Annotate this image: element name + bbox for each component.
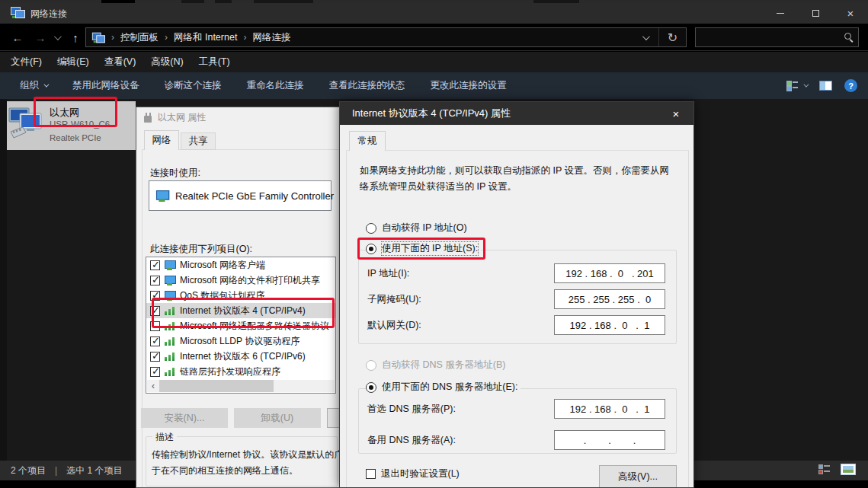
menu-edit[interactable]: 编辑(E) <box>57 56 89 69</box>
default-gateway-input[interactable]: 192 . 168 . 0 . 1 <box>554 315 665 335</box>
ethernet-dialog-titlebar: 以太网 属性 <box>136 107 341 127</box>
client-icon <box>165 260 175 270</box>
content-left-edge <box>0 99 7 480</box>
thumbnail-view-icon[interactable] <box>841 464 856 475</box>
default-gateway-label: 默认网关(D): <box>367 319 421 332</box>
breadcrumb-network-internet[interactable]: 网络和 Internet <box>168 31 243 44</box>
plug-icon <box>144 116 152 123</box>
install-button[interactable]: 安装(N)... <box>141 408 228 428</box>
close-button[interactable]: × <box>833 3 868 24</box>
validate-settings-label: 退出时验证设置(L) <box>381 467 460 480</box>
close-icon: × <box>847 8 854 19</box>
up-button[interactable]: ↑ <box>66 28 85 46</box>
radio-auto-ip-label: 自动获得 IP 地址(O) <box>382 222 467 234</box>
adapter-box: Realtek PCIe GbE Family Controller <box>149 180 332 211</box>
address-location-icon <box>92 32 104 43</box>
scroll-left-arrow[interactable]: ‹ <box>147 380 159 392</box>
list-item[interactable]: Internet 协议版本 6 (TCP/IPv6) <box>146 349 335 364</box>
description-text-line2: 于在不同的相互连接的网络上通信。 <box>152 464 298 477</box>
breadcrumb-control-panel[interactable]: 控制面板 <box>114 31 165 44</box>
horizontal-scrollbar[interactable]: ‹ <box>147 380 335 392</box>
list-item-label: Microsoft 网络客户端 <box>180 259 265 272</box>
view-options-button[interactable] <box>786 81 807 91</box>
disable-device-button[interactable]: 禁用此网络设备 <box>72 79 139 92</box>
details-view-icon[interactable] <box>818 464 830 474</box>
menu-file[interactable]: 文件(F) <box>11 56 42 69</box>
recent-pages-dropdown[interactable] <box>50 28 62 46</box>
subnet-mask-input[interactable]: 255 . 255 . 255 . 0 <box>554 289 665 309</box>
selected-count: 选中 1 个项目 <box>66 464 122 477</box>
radio-icon[interactable] <box>366 223 376 234</box>
list-item[interactable]: Microsoft LLDP 协议驱动程序 <box>146 333 335 349</box>
menu-view[interactable]: 查看(V) <box>104 56 136 69</box>
radio-auto-ip[interactable]: 自动获得 IP 地址(O) <box>366 222 470 234</box>
maximize-button[interactable] <box>798 3 833 24</box>
address-dropdown-button[interactable] <box>631 28 658 46</box>
breadcrumb-network-connections[interactable]: 网络连接 <box>246 31 296 44</box>
radio-icon-disabled <box>366 360 376 371</box>
organize-label: 组织 <box>20 79 39 92</box>
scrollbar-thumb[interactable] <box>159 380 274 392</box>
screen: 网络连接 × ← → ↑ › 控制面板 › 网络和 Internet › 网络连… <box>0 0 868 488</box>
checkbox-checked[interactable] <box>150 276 160 285</box>
preferred-dns-input[interactable]: 192 . 168 . 0 . 1 <box>554 399 665 419</box>
tcpip-dialog-titlebar: Internet 协议版本 4 (TCP/IPv4) 属性 <box>340 102 693 125</box>
list-item[interactable]: 链路层拓扑发现响应程序 <box>146 364 335 379</box>
default-gateway-row: 默认网关(D): 192 . 168 . 0 . 1 <box>367 315 666 335</box>
checkbox-unchecked[interactable] <box>366 469 376 479</box>
tcpip-properties-dialog: Internet 协议版本 4 (TCP/IPv4) 属性 × 常规 如果网络支… <box>339 101 694 488</box>
change-settings-button[interactable]: 更改此连接的设置 <box>431 79 507 92</box>
maximize-icon <box>812 10 819 17</box>
uninstall-button[interactable]: 卸载(U) <box>234 408 321 428</box>
minimize-button[interactable] <box>763 3 798 24</box>
search-input[interactable] <box>695 27 859 47</box>
menu-bar: 文件(F) 编辑(E) 查看(V) 高级(N) 工具(T) <box>0 52 868 72</box>
search-icon <box>844 33 851 40</box>
tcpip-dialog-title: Internet 协议版本 4 (TCP/IPv4) 属性 <box>352 107 511 120</box>
help-icon[interactable]: ? <box>844 79 857 92</box>
refresh-button[interactable]: ↻ <box>658 28 686 46</box>
checkbox-checked[interactable] <box>150 336 160 346</box>
radio-manual-dns[interactable]: 使用下面的 DNS 服务器地址(E): <box>366 381 520 394</box>
alternate-dns-input[interactable]: . . . <box>554 430 665 450</box>
view-status-button[interactable]: 查看此连接的状态 <box>329 79 405 92</box>
list-item-label: 链路层拓扑发现响应程序 <box>180 365 280 378</box>
chevron-down-icon <box>803 82 809 88</box>
checkbox-checked[interactable] <box>150 352 160 362</box>
validate-settings-row[interactable]: 退出时验证设置(L) <box>366 467 460 480</box>
intro-text-line1: 如果网络支持此功能，则可以获取自动指派的 IP 设置。否则，你需要从网 <box>360 164 669 177</box>
tab-general[interactable]: 常规 <box>349 131 386 151</box>
radio-auto-dns[interactable]: 自动获得 DNS 服务器地址(B) <box>366 359 509 372</box>
tab-network[interactable]: 网络 <box>144 130 179 150</box>
menu-tools[interactable]: 工具(T) <box>199 56 230 69</box>
navigation-bar: ← → ↑ › 控制面板 › 网络和 Internet › 网络连接 ↻ <box>0 24 868 51</box>
alternate-dns-row: 备用 DNS 服务器(A): . . . <box>367 430 666 450</box>
ip-address-row: IP 地址(I): 192 . 168 . 0 . 201 <box>367 263 666 283</box>
organize-button[interactable]: 组织 <box>20 79 47 92</box>
minimize-icon <box>777 13 784 14</box>
preferred-dns-label: 首选 DNS 服务器(P): <box>367 403 456 416</box>
item-count: 2 个项目 <box>11 464 46 477</box>
sharing-icon <box>165 276 175 285</box>
list-item[interactable]: Microsoft 网络的文件和打印机共享 <box>146 273 335 288</box>
diagnose-connection-button[interactable]: 诊断这个连接 <box>165 79 222 92</box>
list-item-label: Microsoft 网络的文件和打印机共享 <box>180 274 320 287</box>
tcpip-close-button[interactable]: × <box>658 102 693 125</box>
checkbox-checked[interactable] <box>150 260 160 270</box>
address-bar[interactable]: › 控制面板 › 网络和 Internet › 网络连接 ↻ <box>85 27 687 47</box>
tab-sharing[interactable]: 共享 <box>181 132 216 150</box>
preview-pane-icon[interactable] <box>819 81 832 91</box>
adapter-name: Realtek PCIe GbE Family Controller <box>175 190 334 202</box>
items-list-label: 此连接使用下列项目(O): <box>150 243 252 256</box>
protocol-icon <box>165 352 175 361</box>
radio-icon-selected[interactable] <box>366 382 376 393</box>
back-button[interactable]: ← <box>8 28 27 46</box>
intro-text-line2: 络系统管理员处获得适当的 IP 设置。 <box>360 180 517 193</box>
ip-address-input[interactable]: 192 . 168 . 0 . 201 <box>554 263 665 283</box>
list-item[interactable]: Microsoft 网络客户端 <box>146 257 335 273</box>
advanced-button[interactable]: 高级(V)... <box>599 465 677 488</box>
forward-button[interactable]: → <box>30 28 50 46</box>
menu-advanced[interactable]: 高级(N) <box>151 56 183 69</box>
rename-connection-button[interactable]: 重命名此连接 <box>247 79 304 92</box>
checkbox-checked[interactable] <box>150 367 160 377</box>
